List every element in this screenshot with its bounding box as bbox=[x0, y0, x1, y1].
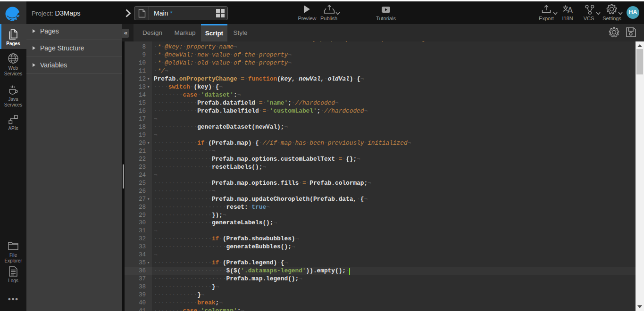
svg-text:A: A bbox=[568, 6, 573, 15]
